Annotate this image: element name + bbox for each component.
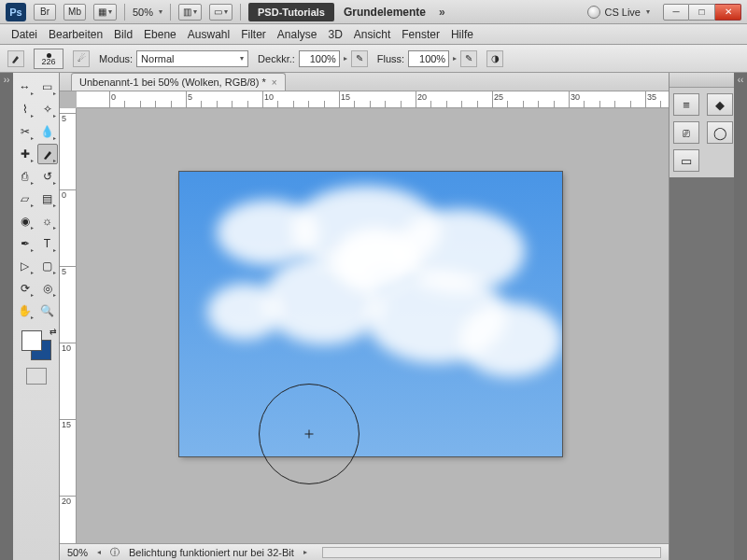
- tool-clone-stamp[interactable]: ⎙▸: [15, 166, 35, 187]
- chevron-down-icon: ▾: [646, 7, 650, 16]
- tool-pen[interactable]: ✒▸: [15, 233, 35, 254]
- chevron-down-icon: ▾: [240, 54, 244, 63]
- panel-layers-icon[interactable]: ◆: [707, 93, 733, 116]
- more-workspaces-icon[interactable]: »: [439, 6, 445, 19]
- ruler-h-label: 5: [188, 92, 192, 102]
- brush-preset-picker[interactable]: 226: [34, 49, 63, 69]
- tool-rectangle-shape[interactable]: ▢▸: [37, 256, 58, 276]
- status-flyout-left-icon[interactable]: ◂: [97, 548, 101, 556]
- minibridge-button[interactable]: Mb: [63, 4, 86, 21]
- view-extras-dropdown[interactable]: ▦▾: [93, 4, 117, 21]
- cs-live-button[interactable]: CS Live ▾: [587, 6, 650, 19]
- opacity-pressure-toggle[interactable]: ✎: [351, 50, 368, 67]
- tool-eyedropper[interactable]: 💧▸: [37, 121, 58, 142]
- ruler-v-label: 10: [62, 343, 71, 353]
- menu-hilfe[interactable]: Hilfe: [451, 28, 473, 41]
- tool-history-brush[interactable]: ↺▸: [37, 166, 58, 187]
- tool-lasso[interactable]: ⌇▸: [15, 99, 35, 119]
- status-flyout-right-icon[interactable]: ▸: [303, 548, 307, 556]
- menu-3d[interactable]: 3D: [329, 28, 343, 41]
- workspace-tab-active[interactable]: PSD-Tutorials: [248, 3, 334, 21]
- chevron-down-icon[interactable]: ▾: [159, 7, 162, 16]
- panel-paths-icon[interactable]: ▭: [673, 149, 699, 172]
- window-controls: ─ □ ✕: [663, 4, 741, 21]
- tool-magic-wand[interactable]: ✧▸: [37, 99, 58, 119]
- photoshop-logo: Ps: [6, 3, 26, 21]
- arrange-docs-dropdown[interactable]: ▥▾: [178, 4, 202, 21]
- tool-move[interactable]: ↔▸: [15, 77, 35, 97]
- main-menubar: Datei Bearbeiten Bild Ebene Auswahl Filt…: [0, 24, 747, 45]
- ruler-h-label: 15: [341, 92, 350, 102]
- color-swatches[interactable]: ⇄: [20, 329, 53, 362]
- flow-input[interactable]: 100%: [408, 50, 449, 67]
- document-canvas[interactable]: [179, 172, 562, 456]
- expand-left-icon: ››: [4, 75, 10, 85]
- modus-label: Modus:: [99, 53, 133, 64]
- ruler-v-label: 5: [62, 267, 66, 276]
- tool-gradient[interactable]: ▤▸: [37, 189, 58, 209]
- tool-brush[interactable]: ▸: [37, 144, 58, 164]
- tool-eraser[interactable]: ▱▸: [15, 189, 35, 209]
- tool-3d-rotate[interactable]: ⟳▸: [15, 278, 35, 299]
- status-zoom[interactable]: 50%: [67, 547, 88, 558]
- screen-mode-dropdown[interactable]: ▭▾: [209, 4, 233, 21]
- airbrush-toggle[interactable]: ✎: [460, 50, 477, 67]
- cs-live-label: CS Live: [604, 7, 641, 18]
- blend-mode-select[interactable]: Normal ▾: [136, 50, 248, 67]
- minimize-button[interactable]: ─: [663, 4, 689, 21]
- tool-path-select[interactable]: ▷▸: [15, 256, 35, 276]
- separator: [170, 4, 171, 21]
- tool-type[interactable]: T▸: [37, 233, 58, 254]
- maximize-button[interactable]: □: [689, 4, 715, 21]
- canvas-viewport[interactable]: [77, 108, 669, 543]
- tablet-pressure-toggle[interactable]: ◑: [486, 50, 503, 67]
- menu-ansicht[interactable]: Ansicht: [354, 28, 390, 41]
- document-tab-active[interactable]: Unbenannt-1 bei 50% (Wolken, RGB/8) * ×: [71, 73, 286, 91]
- close-tab-icon[interactable]: ×: [272, 77, 277, 88]
- opacity-input[interactable]: 100%: [299, 50, 340, 67]
- menu-analyse[interactable]: Analyse: [277, 28, 317, 41]
- ruler-v-label: 20: [62, 497, 71, 506]
- tool-crop[interactable]: ✂▸: [15, 121, 35, 142]
- close-button[interactable]: ✕: [715, 4, 741, 21]
- active-tool-icon[interactable]: [7, 50, 24, 67]
- ruler-horizontal[interactable]: 05101520253035: [77, 91, 669, 108]
- document-tabs: Unbenannt-1 bei 50% (Wolken, RGB/8) * ×: [60, 73, 669, 91]
- tool-zoom[interactable]: 🔍: [37, 301, 58, 321]
- left-dock-strip[interactable]: ››: [0, 73, 13, 560]
- tool-rect-marquee[interactable]: ▭▸: [37, 77, 58, 97]
- titlebar-zoom-value[interactable]: 50%: [133, 7, 153, 18]
- menu-fenster[interactable]: Fenster: [402, 28, 440, 41]
- menu-datei[interactable]: Datei: [11, 28, 37, 41]
- panel-adjustments-icon[interactable]: ≡: [673, 93, 699, 116]
- chevron-down-icon: ▾: [108, 7, 112, 16]
- horizontal-scrollbar[interactable]: [322, 547, 661, 558]
- panel-channels-icon[interactable]: ◯: [707, 121, 733, 144]
- panel-styles-icon[interactable]: ⎚: [673, 121, 699, 144]
- menu-filter[interactable]: Filter: [241, 28, 266, 41]
- bridge-button[interactable]: Br: [34, 4, 56, 21]
- ruler-h-label: 35: [647, 92, 656, 102]
- tool-hand[interactable]: ✋▸: [15, 301, 35, 321]
- swap-colors-icon[interactable]: ⇄: [49, 327, 57, 336]
- brush-panel-toggle[interactable]: ☄: [73, 50, 90, 67]
- tool-blur[interactable]: ◉▸: [15, 211, 35, 231]
- right-panel-header[interactable]: [669, 73, 734, 88]
- blend-mode-value: Normal: [141, 53, 174, 64]
- menu-ebene[interactable]: Ebene: [144, 28, 176, 41]
- tool-3d-orbit[interactable]: ◎▸: [37, 278, 58, 299]
- tool-spot-heal[interactable]: ✚▸: [15, 144, 35, 164]
- workspace-tab-secondary[interactable]: Grundelemente: [344, 6, 426, 19]
- foreground-swatch[interactable]: [21, 330, 42, 351]
- menu-auswahl[interactable]: Auswahl: [188, 28, 230, 41]
- flow-label: Fluss:: [377, 53, 404, 64]
- opacity-flyout-icon[interactable]: ▸: [344, 54, 347, 63]
- quick-mask-toggle[interactable]: [26, 368, 47, 385]
- menu-bearbeiten[interactable]: Bearbeiten: [49, 28, 103, 41]
- tool-dodge[interactable]: ☼▸: [37, 211, 58, 231]
- ruler-vertical[interactable]: 505101520: [60, 108, 77, 543]
- ruler-h-label: 10: [264, 92, 274, 102]
- right-dock-strip[interactable]: ‹‹: [734, 73, 747, 560]
- menu-bild[interactable]: Bild: [114, 28, 133, 41]
- flow-flyout-icon[interactable]: ▸: [453, 54, 457, 63]
